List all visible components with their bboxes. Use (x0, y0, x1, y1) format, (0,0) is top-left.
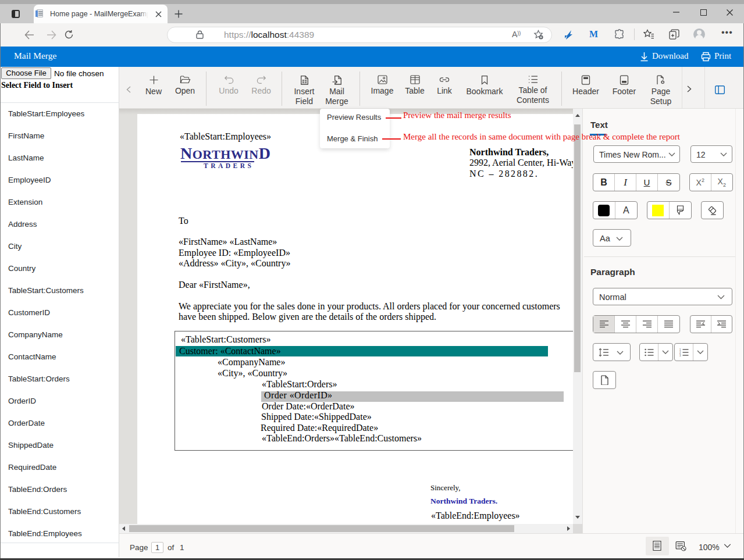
svg-text:3: 3 (679, 354, 681, 356)
